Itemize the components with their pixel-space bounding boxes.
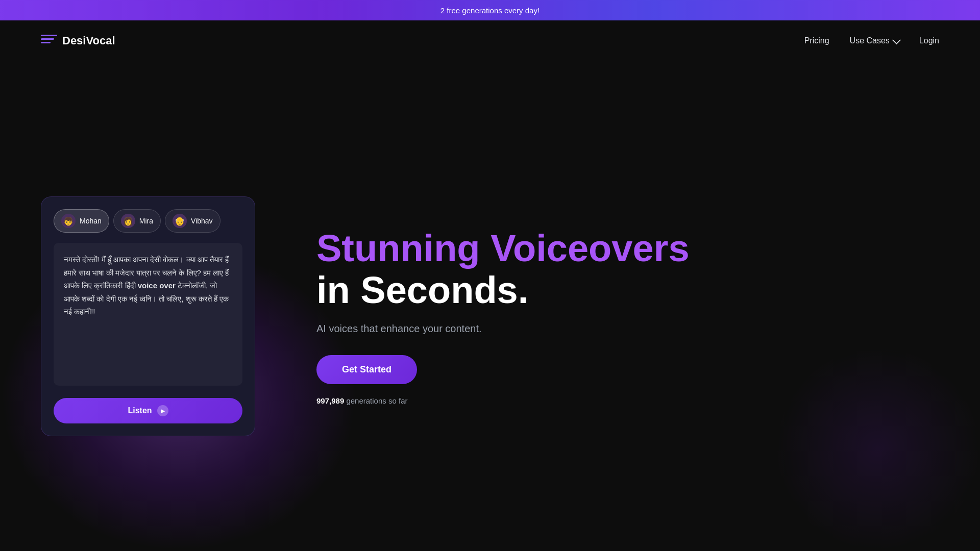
nav-login[interactable]: Login [919, 36, 939, 45]
listen-button[interactable]: Listen ▶ [54, 398, 242, 423]
hero-title-line2: in Seconds. [316, 269, 528, 311]
voice-tab-mira[interactable]: 👩 Mira [113, 209, 161, 233]
nav-use-cases-label: Use Cases [850, 36, 890, 45]
voice-name-mohan: Mohan [80, 217, 102, 225]
listen-label: Listen [128, 406, 152, 415]
generations-text: 997,989 generations so far [316, 396, 407, 405]
voice-name-mira: Mira [139, 217, 153, 225]
logo-text: DesiVocal [62, 34, 115, 47]
generations-count: 997,989 [316, 396, 344, 405]
voice-tabs: 👦 Mohan 👩 Mira 👴 Vibhav [54, 209, 242, 233]
avatar-mira: 👩 [121, 214, 135, 228]
voice-name-vibhav: Vibhav [191, 217, 213, 225]
avatar-vibhav: 👴 [173, 214, 187, 228]
demo-text-display: नमस्ते दोस्तों! मैं हूँ आपका अपना देसी व… [54, 243, 242, 386]
voice-tab-mohan[interactable]: 👦 Mohan [54, 209, 109, 233]
logo-icon [41, 35, 57, 47]
hero-title-line1: Stunning Voiceovers [316, 228, 690, 269]
demo-text: नमस्ते दोस्तों! मैं हूँ आपका अपना देसी व… [64, 255, 229, 316]
nav-use-cases[interactable]: Use Cases [850, 36, 899, 45]
demo-card: 👦 Mohan 👩 Mira 👴 Vibhav नमस्ते दोस्तों! … [41, 196, 255, 436]
navbar: DesiVocal Pricing Use Cases Login [0, 20, 980, 61]
chevron-down-icon [892, 36, 901, 44]
voice-tab-vibhav[interactable]: 👴 Vibhav [165, 209, 220, 233]
nav-links: Pricing Use Cases Login [804, 36, 939, 45]
top-banner: 2 free generations every day! [0, 0, 980, 20]
get-started-button[interactable]: Get Started [316, 355, 417, 384]
hero-subtitle: AI voices that enhance your content. [316, 323, 482, 335]
logo[interactable]: DesiVocal [41, 34, 115, 47]
hero-content: Stunning Voiceovers in Seconds. AI voice… [255, 228, 939, 405]
nav-pricing[interactable]: Pricing [804, 36, 829, 45]
avatar-mohan: 👦 [61, 214, 76, 228]
banner-text: 2 free generations every day! [440, 6, 540, 15]
play-icon: ▶ [157, 405, 168, 416]
generations-suffix: generations so far [344, 396, 407, 405]
main-content: 👦 Mohan 👩 Mira 👴 Vibhav नमस्ते दोस्तों! … [0, 61, 980, 551]
